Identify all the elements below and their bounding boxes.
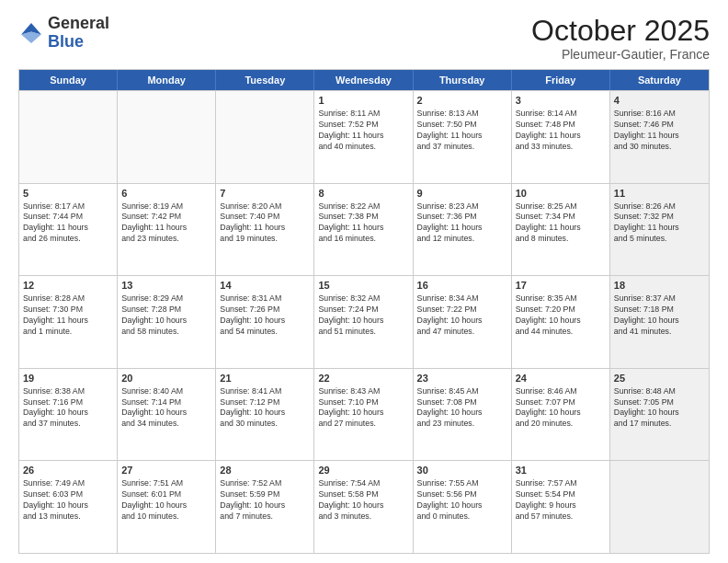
cell-text-line: Daylight: 11 hours [614,223,705,234]
calendar-body: 1Sunrise: 8:11 AMSunset: 7:52 PMDaylight… [19,90,709,553]
day-number: 16 [417,279,507,293]
cell-text-line: Sunset: 7:52 PM [318,120,408,131]
cell-text-line: Daylight: 10 hours [121,316,211,327]
calendar-cell: 1Sunrise: 8:11 AMSunset: 7:52 PMDaylight… [314,91,413,183]
cell-text-line: Sunrise: 8:43 AM [318,386,408,397]
cell-text-line: Sunrise: 8:37 AM [614,293,705,304]
cell-text-line: Daylight: 10 hours [220,316,310,327]
cell-text-line: Daylight: 10 hours [121,500,211,511]
cell-text-line: Sunrise: 7:55 AM [417,478,507,489]
cell-text-line: Sunset: 7:30 PM [23,304,113,316]
day-number: 28 [220,464,310,477]
day-number: 10 [516,187,606,201]
weekday-header: Friday [512,70,610,90]
header: General Blue October 2025 Pleumeur-Gauti… [18,15,710,62]
day-number: 4 [614,94,705,108]
calendar-cell: 18Sunrise: 8:37 AMSunset: 7:18 PMDayligh… [610,276,709,368]
cell-text-line: Sunrise: 8:23 AM [417,201,507,213]
cell-text-line: Sunrise: 8:34 AM [417,293,507,304]
calendar-cell: 15Sunrise: 8:32 AMSunset: 7:24 PMDayligh… [314,276,413,368]
cell-text-line: Sunrise: 8:16 AM [614,109,705,120]
calendar-cell [216,91,314,183]
calendar-cell [118,91,216,183]
calendar-cell: 16Sunrise: 8:34 AMSunset: 7:22 PMDayligh… [414,276,512,368]
cell-text-line: Sunset: 6:01 PM [121,489,211,500]
day-number: 6 [121,187,211,201]
cell-text-line: Daylight: 10 hours [318,316,408,327]
day-number: 17 [516,279,606,293]
calendar-row: 1Sunrise: 8:11 AMSunset: 7:52 PMDaylight… [19,90,709,183]
cell-text-line: Daylight: 11 hours [318,131,408,142]
cell-text-line: Sunrise: 7:54 AM [318,478,408,489]
calendar-cell: 9Sunrise: 8:23 AMSunset: 7:36 PMDaylight… [414,184,512,276]
cell-text-line: and 41 minutes. [614,327,705,338]
cell-text-line: Sunset: 7:10 PM [318,397,408,408]
calendar-cell: 12Sunrise: 8:28 AMSunset: 7:30 PMDayligh… [19,276,118,368]
cell-text-line: Sunrise: 8:26 AM [614,201,705,213]
page: General Blue October 2025 Pleumeur-Gauti… [0,0,728,563]
calendar-cell: 23Sunrise: 8:45 AMSunset: 7:08 PMDayligh… [414,369,512,461]
calendar-cell: 25Sunrise: 8:48 AMSunset: 7:05 PMDayligh… [610,369,709,461]
day-number: 7 [220,187,310,201]
calendar-cell: 14Sunrise: 8:31 AMSunset: 7:26 PMDayligh… [216,276,314,368]
cell-text-line: and 54 minutes. [220,327,310,338]
calendar: SundayMondayTuesdayWednesdayThursdayFrid… [18,69,710,554]
cell-text-line: Daylight: 10 hours [318,408,408,419]
cell-text-line: and 57 minutes. [516,511,606,523]
cell-text-line: Sunrise: 8:11 AM [318,109,408,120]
cell-text-line: Sunrise: 7:57 AM [516,478,606,489]
cell-text-line: Sunrise: 8:46 AM [516,386,606,397]
cell-text-line: Daylight: 11 hours [417,223,507,234]
cell-text-line: Sunset: 7:32 PM [614,212,705,223]
cell-text-line: Daylight: 11 hours [417,131,507,142]
day-number: 1 [318,94,408,108]
weekday-header: Sunday [19,70,118,90]
cell-text-line: Sunset: 7:08 PM [417,397,507,408]
calendar-cell: 2Sunrise: 8:13 AMSunset: 7:50 PMDaylight… [414,91,512,183]
cell-text-line: Sunset: 7:20 PM [516,304,606,316]
cell-text-line: Daylight: 11 hours [23,316,113,327]
calendar-cell: 31Sunrise: 7:57 AMSunset: 5:54 PMDayligh… [512,461,610,553]
cell-text-line: Sunrise: 8:45 AM [417,386,507,397]
cell-text-line: Sunset: 7:36 PM [417,212,507,223]
day-number: 24 [516,372,606,385]
cell-text-line: and 58 minutes. [121,327,211,338]
cell-text-line: Sunrise: 8:17 AM [23,201,113,213]
calendar-cell: 22Sunrise: 8:43 AMSunset: 7:10 PMDayligh… [314,369,413,461]
cell-text-line: and 27 minutes. [318,419,408,430]
cell-text-line: Sunrise: 8:29 AM [121,293,211,304]
cell-text-line: and 37 minutes. [23,419,113,430]
cell-text-line: Sunrise: 8:25 AM [516,201,606,213]
cell-text-line: Daylight: 10 hours [23,500,113,511]
day-number: 11 [614,187,705,201]
cell-text-line: Sunset: 5:58 PM [318,489,408,500]
cell-text-line: and 17 minutes. [614,419,705,430]
cell-text-line: Daylight: 10 hours [417,500,507,511]
cell-text-line: and 40 minutes. [318,142,408,153]
cell-text-line: Daylight: 11 hours [318,223,408,234]
calendar-row: 19Sunrise: 8:38 AMSunset: 7:16 PMDayligh… [19,368,709,461]
cell-text-line: Sunrise: 8:13 AM [417,109,507,120]
calendar-cell: 28Sunrise: 7:52 AMSunset: 5:59 PMDayligh… [216,461,314,553]
cell-text-line: Daylight: 10 hours [220,500,310,511]
cell-text-line: Daylight: 11 hours [516,223,606,234]
day-number: 12 [23,279,113,293]
cell-text-line: and 3 minutes. [318,511,408,523]
title-block: October 2025 Pleumeur-Gautier, France [531,15,710,62]
calendar-row: 5Sunrise: 8:17 AMSunset: 7:44 PMDaylight… [19,183,709,276]
cell-text-line: Sunrise: 8:35 AM [516,293,606,304]
calendar-cell: 6Sunrise: 8:19 AMSunset: 7:42 PMDaylight… [118,184,216,276]
calendar-cell: 13Sunrise: 8:29 AMSunset: 7:28 PMDayligh… [118,276,216,368]
calendar-cell: 10Sunrise: 8:25 AMSunset: 7:34 PMDayligh… [512,184,610,276]
cell-text-line: Sunset: 7:34 PM [516,212,606,223]
calendar-cell: 21Sunrise: 8:41 AMSunset: 7:12 PMDayligh… [216,369,314,461]
cell-text-line: and 30 minutes. [220,419,310,430]
cell-text-line: Sunset: 6:03 PM [23,489,113,500]
cell-text-line: Daylight: 11 hours [121,223,211,234]
day-number: 14 [220,279,310,293]
cell-text-line: Sunset: 7:46 PM [614,120,705,131]
cell-text-line: Daylight: 9 hours [516,500,606,511]
calendar-row: 12Sunrise: 8:28 AMSunset: 7:30 PMDayligh… [19,275,709,368]
cell-text-line: Daylight: 11 hours [516,131,606,142]
cell-text-line: Sunset: 7:40 PM [220,212,310,223]
